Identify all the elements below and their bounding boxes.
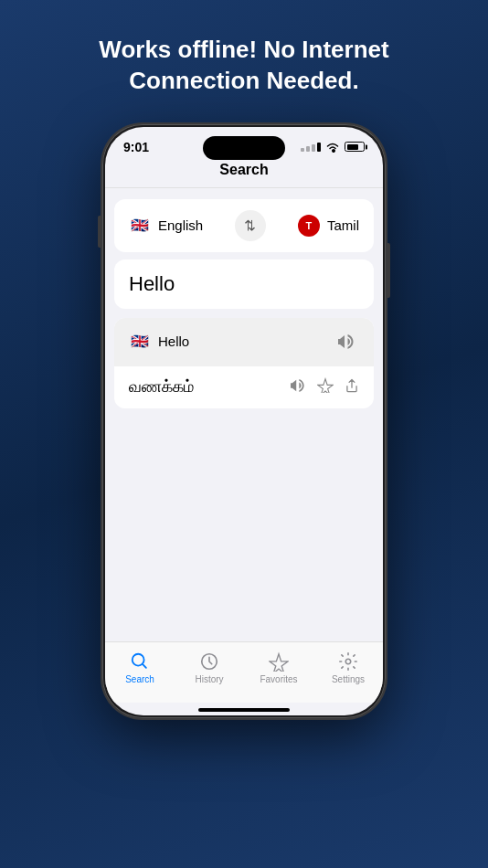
favorite-button[interactable] <box>317 377 334 397</box>
favorites-tab-icon <box>269 651 289 672</box>
svg-point-2 <box>345 659 351 664</box>
result-translation-row: வணக்கம் <box>114 365 374 408</box>
signal-icon <box>301 143 321 152</box>
share-button[interactable] <box>345 377 359 397</box>
source-lang-name: English <box>158 217 203 233</box>
battery-icon <box>345 142 365 152</box>
star-icon <box>317 377 334 393</box>
wifi-icon <box>325 142 340 153</box>
search-tab-icon <box>130 651 150 672</box>
target-flag: T <box>298 215 320 237</box>
target-language[interactable]: T Tamil <box>298 215 359 237</box>
input-text: Hello <box>129 272 175 295</box>
source-language[interactable]: 🇬🇧 English <box>129 215 203 237</box>
tab-search[interactable]: Search <box>105 651 175 684</box>
translation-speaker-button[interactable] <box>290 378 306 397</box>
result-area: 🇬🇧 Hello வணக்கம் <box>114 318 374 408</box>
tab-history-label: History <box>195 674 223 684</box>
target-lang-name: Tamil <box>327 217 359 233</box>
main-content <box>105 408 383 641</box>
tab-settings-label: Settings <box>332 674 365 684</box>
tab-favorites-label: Favorites <box>260 674 297 684</box>
tab-bar: Search History Favorites <box>105 641 383 703</box>
input-area[interactable]: Hello <box>114 259 374 309</box>
source-speaker-button[interactable] <box>334 329 359 355</box>
result-source-text: Hello <box>158 333 189 349</box>
nav-title: Search <box>105 160 383 188</box>
home-indicator <box>198 708 290 712</box>
share-icon <box>345 377 359 394</box>
status-time: 9:01 <box>123 140 149 154</box>
phone-screen: 9:01 Search 🇬🇧 En <box>105 127 383 715</box>
result-source-row: 🇬🇧 Hello <box>114 318 374 365</box>
tab-history[interactable]: History <box>175 651 244 684</box>
headline: Works offline! No Internet Connection Ne… <box>62 35 425 97</box>
settings-tab-icon <box>338 651 358 672</box>
speaker-icon <box>337 333 355 350</box>
speaker-icon-small <box>290 378 306 393</box>
phone-frame: 9:01 Search 🇬🇧 En <box>102 124 386 718</box>
swap-icon: ⇄ <box>242 219 260 231</box>
status-icons <box>301 142 365 153</box>
source-flag: 🇬🇧 <box>129 215 151 237</box>
tab-settings[interactable]: Settings <box>313 651 383 684</box>
language-selector: 🇬🇧 English ⇄ T Tamil <box>114 199 374 252</box>
tab-favorites[interactable]: Favorites <box>244 651 313 684</box>
tab-search-label: Search <box>125 674 154 684</box>
dynamic-island <box>203 136 285 160</box>
result-actions <box>290 377 359 397</box>
result-source-flag: 🇬🇧 <box>129 331 151 353</box>
translation-text: வணக்கம் <box>129 377 194 397</box>
swap-languages-button[interactable]: ⇄ <box>235 210 266 241</box>
history-tab-icon <box>199 651 219 672</box>
